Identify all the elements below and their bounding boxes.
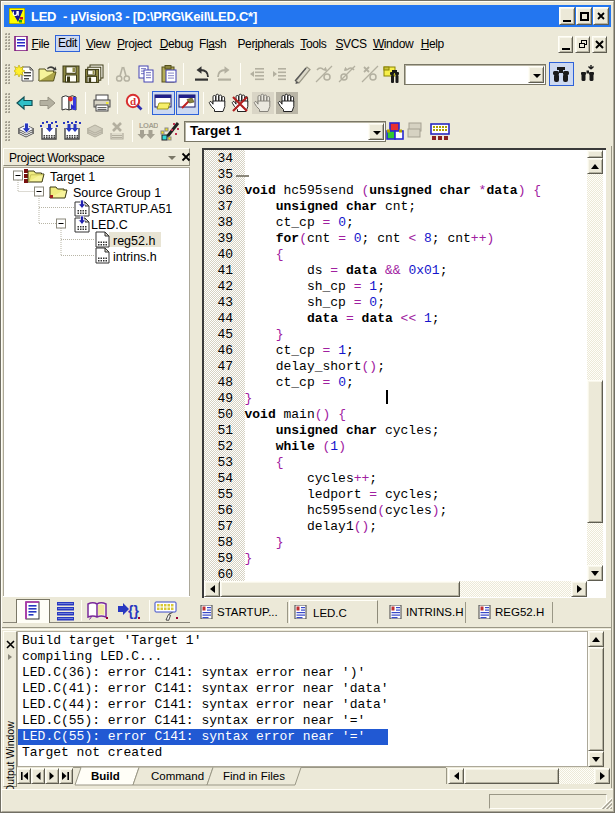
svg-text:LOAD: LOAD [139, 121, 158, 130]
svg-text:Build: Build [91, 770, 120, 782]
svg-text:d: d [130, 95, 136, 107]
svg-text:Find in Files: Find in Files [223, 770, 285, 782]
svg-text:Command: Command [151, 770, 204, 782]
svg-text:{}: {} [128, 603, 139, 619]
